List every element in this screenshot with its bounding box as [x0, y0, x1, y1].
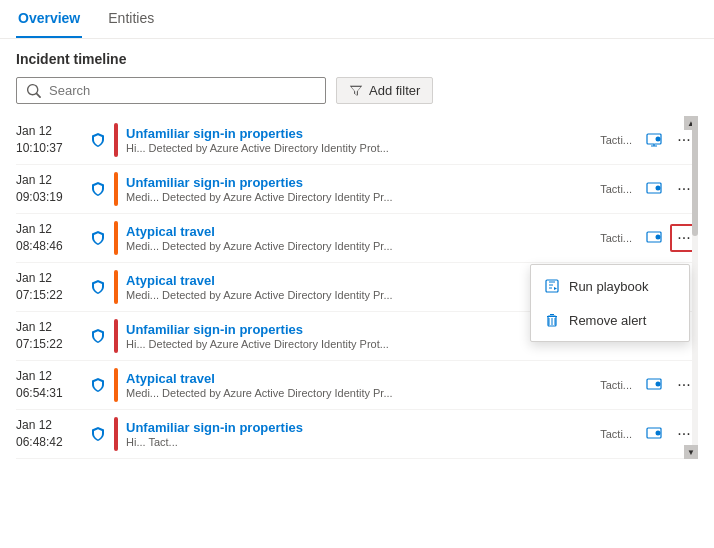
svg-point-5 [656, 235, 661, 240]
item-subtitle: Hi... Detected by Azure Active Directory… [126, 338, 594, 350]
table-row: Jan 12 08:48:46 Atypical travel Medi... … [16, 214, 698, 263]
tactic-badge: Tacti... [600, 379, 632, 391]
item-title: Unfamiliar sign-in properties [126, 322, 594, 337]
time: 06:48:42 [16, 434, 86, 451]
date: Jan 12 [16, 319, 86, 336]
trash-icon [543, 311, 561, 329]
monitor-icon [642, 230, 666, 246]
tab-overview[interactable]: Overview [16, 0, 82, 38]
item-subtitle: Medi... Detected by Azure Active Directo… [126, 387, 594, 399]
tactic-badge: Tacti... [600, 183, 632, 195]
item-body: Atypical travel Medi... Detected by Azur… [126, 273, 594, 301]
date-col: Jan 12 10:10:37 [16, 123, 86, 157]
item-body: Unfamiliar sign-in properties Hi... Dete… [126, 322, 594, 350]
scrollbar[interactable]: ▲ ▼ [692, 116, 698, 459]
monitor-icon [642, 132, 666, 148]
severity-bar [114, 319, 118, 353]
remove-alert-label: Remove alert [569, 313, 646, 328]
severity-bar [114, 270, 118, 304]
search-input[interactable] [49, 83, 315, 98]
shield-icon [86, 230, 110, 246]
severity-bar [114, 368, 118, 402]
search-icon [27, 84, 41, 98]
date-col: Jan 12 06:54:31 [16, 368, 86, 402]
search-row: Add filter [16, 77, 698, 104]
item-title: Atypical travel [126, 371, 594, 386]
severity-bar [114, 172, 118, 206]
item-title: Unfamiliar sign-in properties [126, 420, 594, 435]
item-title: Unfamiliar sign-in properties [126, 175, 594, 190]
context-menu: Run playbook Remove alert [530, 264, 690, 342]
severity-bar [114, 417, 118, 451]
tab-entities[interactable]: Entities [106, 0, 156, 38]
section-title: Incident timeline [16, 51, 698, 67]
date-col: Jan 12 06:48:42 [16, 417, 86, 451]
time: 08:48:46 [16, 238, 86, 255]
run-playbook-label: Run playbook [569, 279, 649, 294]
item-subtitle: Medi... Detected by Azure Active Directo… [126, 191, 594, 203]
item-body: Atypical travel Medi... Detected by Azur… [126, 224, 594, 252]
time: 07:15:22 [16, 287, 86, 304]
severity-bar [114, 221, 118, 255]
item-body: Unfamiliar sign-in properties Medi... De… [126, 175, 594, 203]
date: Jan 12 [16, 270, 86, 287]
date-col: Jan 12 09:03:19 [16, 172, 86, 206]
tactic-badge: Tacti... [600, 232, 632, 244]
date-col: Jan 12 07:15:22 [16, 270, 86, 304]
svg-point-3 [656, 186, 661, 191]
date: Jan 12 [16, 123, 86, 140]
svg-point-11 [656, 382, 661, 387]
shield-icon [86, 132, 110, 148]
add-filter-label: Add filter [369, 83, 420, 98]
svg-point-1 [656, 137, 661, 142]
item-title: Atypical travel [126, 224, 594, 239]
filter-icon [349, 84, 363, 98]
date-col: Jan 12 07:15:22 [16, 319, 86, 353]
item-body: Unfamiliar sign-in properties Hi... Dete… [126, 126, 594, 154]
time: 07:15:22 [16, 336, 86, 353]
table-row: Jan 12 10:10:37 Unfamiliar sign-in prope… [16, 116, 698, 165]
scroll-down-button[interactable]: ▼ [684, 445, 698, 459]
shield-icon [86, 377, 110, 393]
shield-icon [86, 181, 110, 197]
date: Jan 12 [16, 417, 86, 434]
shield-icon [86, 279, 110, 295]
date: Jan 12 [16, 172, 86, 189]
table-row: Jan 12 06:48:42 Unfamiliar sign-in prope… [16, 410, 698, 459]
item-body: Unfamiliar sign-in properties Hi... Tact… [126, 420, 594, 448]
item-subtitle: Medi... Detected by Azure Active Directo… [126, 289, 594, 301]
shield-icon [86, 328, 110, 344]
monitor-icon [642, 377, 666, 393]
add-filter-button[interactable]: Add filter [336, 77, 433, 104]
shield-icon [86, 426, 110, 442]
svg-point-13 [656, 431, 661, 436]
tab-bar: Overview Entities [0, 0, 714, 39]
date-col: Jan 12 08:48:46 [16, 221, 86, 255]
search-box-container[interactable] [16, 77, 326, 104]
item-subtitle: Medi... Detected by Azure Active Directo… [126, 240, 594, 252]
tactic-badge: Tacti... [600, 428, 632, 440]
item-subtitle: Hi... Detected by Azure Active Directory… [126, 142, 594, 154]
item-title: Atypical travel [126, 273, 594, 288]
table-row: Jan 12 09:03:19 Unfamiliar sign-in prope… [16, 165, 698, 214]
timeline-list: Jan 12 10:10:37 Unfamiliar sign-in prope… [16, 116, 698, 459]
table-row: Jan 12 06:54:31 Atypical travel Medi... … [16, 361, 698, 410]
item-body: Atypical travel Medi... Detected by Azur… [126, 371, 594, 399]
time: 06:54:31 [16, 385, 86, 402]
date: Jan 12 [16, 221, 86, 238]
context-menu-item-run-playbook[interactable]: Run playbook [531, 269, 689, 303]
main-content: Incident timeline Add filter Jan 12 10:1… [0, 39, 714, 471]
tactic-badge: Tacti... [600, 134, 632, 146]
playbook-icon [543, 277, 561, 295]
severity-bar [114, 123, 118, 157]
monitor-icon [642, 181, 666, 197]
item-title: Unfamiliar sign-in properties [126, 126, 594, 141]
time: 09:03:19 [16, 189, 86, 206]
time: 10:10:37 [16, 140, 86, 157]
date: Jan 12 [16, 368, 86, 385]
scrollbar-thumb[interactable] [692, 116, 698, 236]
monitor-icon [642, 426, 666, 442]
item-subtitle: Hi... Tact... [126, 436, 594, 448]
context-menu-item-remove-alert[interactable]: Remove alert [531, 303, 689, 337]
